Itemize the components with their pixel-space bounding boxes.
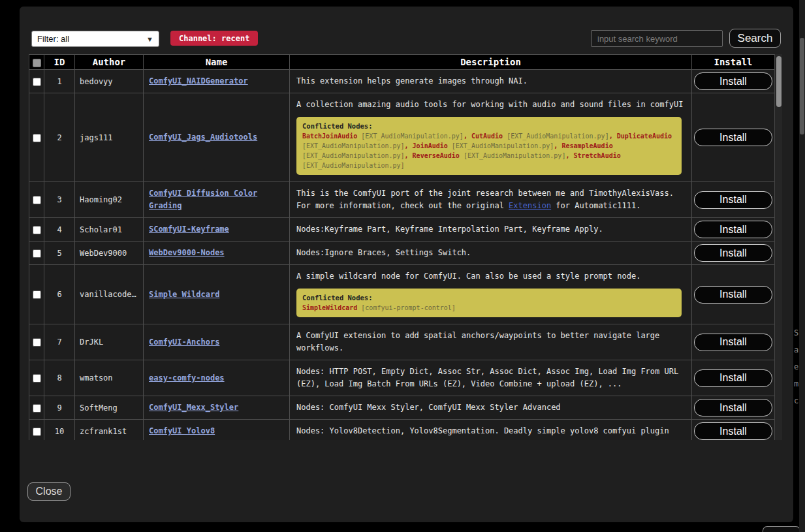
conflict-node-source: [comfyui-prompt-control] — [361, 304, 456, 311]
conflict-node-source: [EXT_AudioManipulation.py] — [302, 142, 405, 149]
conflict-node-name: SimpleWildcard — [302, 304, 357, 311]
install-button[interactable]: Install — [694, 244, 772, 262]
row-author: DrJKL — [75, 324, 144, 360]
header-id: ID — [44, 55, 75, 70]
table-header-row: ID Author Name Description Install — [29, 55, 775, 70]
row-description: Nodes:Keyframe Part, Keyframe Interpolat… — [296, 223, 685, 236]
row-id: 5 — [44, 242, 75, 265]
clipped-background-letter: c — [794, 396, 798, 405]
chevron-down-icon: ▼ — [146, 35, 153, 43]
row-checkbox[interactable] — [33, 290, 41, 299]
row-description-cell: Nodes:Ignore Braces, Settings Switch. — [290, 242, 692, 265]
row-checkbox[interactable] — [33, 226, 41, 234]
node-name-link[interactable]: ComfyUI Yolov8 — [149, 426, 215, 435]
node-name-link[interactable]: WebDev9000-Nodes — [149, 248, 225, 257]
node-name-link[interactable]: SComfyUI-Keyframe — [149, 225, 229, 234]
row-id: 6 — [44, 265, 75, 324]
row-checkbox[interactable] — [33, 338, 41, 347]
row-install-cell: Install — [692, 242, 775, 265]
table-row: 7DrJKLComfyUI-AnchorsA ComfyUI extension… — [29, 324, 775, 360]
row-description-cell: A collection amazing audio tools for wor… — [290, 93, 692, 182]
select-all-checkbox[interactable] — [33, 59, 41, 67]
row-description-cell: This extension helps generate images thr… — [290, 70, 692, 93]
row-author: zcfrank1st — [75, 420, 144, 441]
conflict-node-source: [EXT_AudioManipulation.py] — [464, 152, 566, 159]
header-description: Description — [290, 55, 692, 70]
row-description: Nodes: HTTP POST, Empty Dict, Assoc Str,… — [296, 366, 685, 390]
row-name-cell: easy-comfy-nodes — [144, 360, 290, 396]
conflict-node-name: DuplicateAudio — [617, 133, 672, 140]
conflict-list: SimpleWildcard [comfyui-prompt-control] — [302, 303, 676, 313]
install-button[interactable]: Install — [694, 191, 772, 209]
conflict-title: Conflicted Nodes: — [302, 293, 676, 303]
install-button[interactable]: Install — [694, 286, 772, 304]
row-install-cell: Install — [692, 265, 775, 324]
conflict-box: Conflicted Nodes:BatchJoinAudio [EXT_Aud… — [296, 117, 682, 175]
row-select-cell — [29, 324, 44, 360]
install-button[interactable]: Install — [694, 72, 772, 90]
row-description-cell: Nodes: Yolov8Detection, Yolov8Segmentati… — [290, 420, 692, 441]
node-name-link[interactable]: Simple Wildcard — [149, 290, 219, 299]
row-id: 10 — [44, 420, 75, 441]
node-name-link[interactable]: ComfyUI_NAIDGenerator — [149, 76, 248, 86]
node-name-link[interactable]: easy-comfy-nodes — [149, 373, 225, 383]
description-link[interactable]: Extension — [509, 201, 551, 210]
search-input[interactable] — [591, 30, 723, 47]
conflict-node-name: CutAudio — [471, 133, 503, 140]
node-name-link[interactable]: ComfyUI Diffusion Color Grading — [149, 189, 257, 210]
row-checkbox[interactable] — [33, 428, 41, 436]
row-author: Scholar01 — [75, 218, 144, 242]
page-scrollbar-thumb[interactable] — [800, 38, 804, 134]
install-button[interactable]: Install — [694, 422, 772, 440]
row-checkbox[interactable] — [33, 404, 41, 413]
row-name-cell: ComfyUI-Anchors — [144, 324, 290, 360]
node-name-link[interactable]: ComfyUI_Mexx_Styler — [149, 403, 238, 412]
table-scrollbar-thumb[interactable] — [776, 56, 781, 107]
table-row: 1bedovyyComfyUI_NAIDGeneratorThis extens… — [29, 70, 775, 93]
node-name-link[interactable]: ComfyUI_Jags_Audiotools — [149, 133, 257, 142]
install-button[interactable]: Install — [694, 399, 772, 416]
row-description: This extension helps generate images thr… — [296, 75, 685, 87]
row-description-cell: Nodes:Keyframe Part, Keyframe Interpolat… — [290, 218, 692, 242]
table-row: 8wmatsoneasy-comfy-nodesNodes: HTTP POST… — [29, 360, 775, 396]
row-description: Nodes: ComfyUI Mexx Styler, ComfyUI Mexx… — [296, 401, 685, 414]
clipped-background-letter: a — [794, 345, 798, 354]
row-checkbox[interactable] — [33, 134, 41, 142]
row-install-cell: Install — [692, 182, 775, 218]
header-select — [29, 55, 44, 70]
table-scrollbar[interactable] — [774, 54, 782, 440]
row-install-cell: Install — [692, 218, 775, 242]
clipped-background-letter: m — [794, 379, 798, 388]
conflict-separator: , — [554, 142, 561, 149]
row-checkbox[interactable] — [33, 249, 41, 258]
install-button[interactable]: Install — [694, 334, 772, 351]
row-description-cell: A simple wildcard node for ComfyUI. Can … — [290, 265, 692, 324]
row-checkbox[interactable] — [33, 196, 41, 204]
conflict-node-source: [EXT_AudioManipulation.py] — [452, 142, 554, 149]
install-button[interactable]: Install — [694, 369, 772, 387]
row-select-cell — [29, 93, 44, 182]
install-custom-nodes-dialog: Filter: all ▼ Channel: recent Search ID … — [20, 7, 793, 522]
row-select-cell — [29, 396, 44, 420]
filter-select[interactable]: Filter: all ▼ — [31, 31, 159, 47]
custom-nodes-table: ID Author Name Description Install 1bedo… — [29, 54, 782, 440]
row-install-cell: Install — [692, 396, 775, 420]
row-description: A collection amazing audio tools for wor… — [296, 99, 685, 111]
conflict-node-name: ReverseAudio — [413, 152, 460, 159]
row-author: SoftMeng — [75, 396, 144, 420]
search-button[interactable]: Search — [729, 29, 781, 48]
row-install-cell: Install — [692, 324, 775, 360]
row-author: wmatson — [75, 360, 144, 396]
close-button[interactable]: Close — [27, 482, 71, 501]
row-checkbox[interactable] — [33, 374, 41, 383]
install-button[interactable]: Install — [694, 129, 772, 146]
row-checkbox[interactable] — [33, 78, 41, 86]
install-button[interactable]: Install — [694, 221, 772, 238]
conflict-node-name: StretchAudio — [573, 152, 620, 159]
node-name-link[interactable]: ComfyUI-Anchors — [149, 337, 219, 347]
row-select-cell — [29, 182, 44, 218]
partial-button[interactable] — [763, 526, 800, 532]
row-name-cell: SComfyUI-Keyframe — [144, 218, 290, 242]
conflict-box: Conflicted Nodes:SimpleWildcard [comfyui… — [296, 289, 682, 317]
page-scrollbar[interactable] — [799, 0, 805, 532]
